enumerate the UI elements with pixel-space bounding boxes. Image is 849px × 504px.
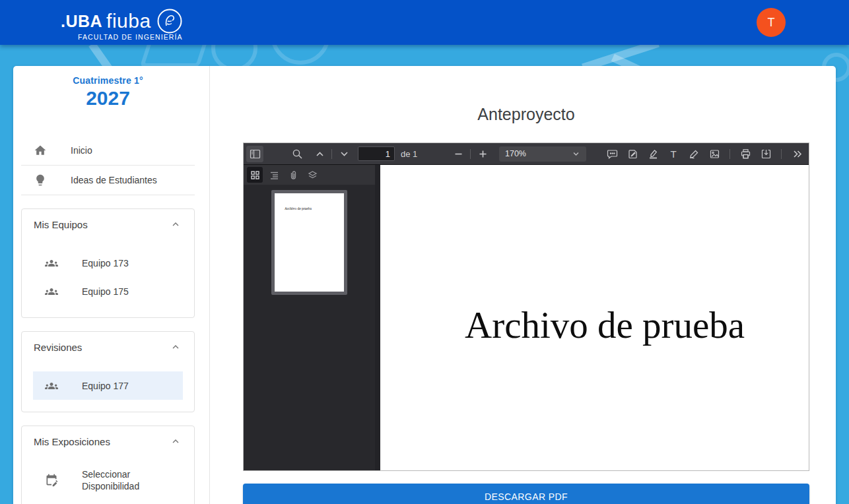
thumbnail-text: Archivo de prueba bbox=[285, 206, 344, 210]
term-label: Cuatrimestre 1° bbox=[21, 75, 195, 86]
section-header-revisiones[interactable]: Revisiones bbox=[22, 341, 194, 353]
section-revisiones: Revisiones Equipo 177 bbox=[21, 331, 195, 412]
layers-view-button[interactable] bbox=[304, 167, 320, 183]
chevron-up-icon bbox=[170, 435, 182, 447]
next-page-button[interactable] bbox=[335, 146, 353, 162]
user-avatar[interactable]: T bbox=[757, 8, 786, 37]
page-thumbnail[interactable]: Archivo de prueba bbox=[271, 190, 347, 295]
thumbnails-icon bbox=[250, 170, 260, 180]
term-year: 2027 bbox=[21, 87, 195, 110]
search-icon bbox=[292, 148, 303, 160]
tools-menu-button[interactable] bbox=[788, 146, 805, 162]
zoom-level-select[interactable]: 170% bbox=[499, 146, 586, 162]
zoom-out-button[interactable] bbox=[450, 146, 467, 162]
page-title: Anteproyecto bbox=[243, 104, 809, 124]
chevron-up-icon bbox=[170, 341, 182, 353]
signature-tool-button[interactable] bbox=[624, 146, 641, 162]
chevron-down-icon bbox=[339, 148, 350, 160]
double-chevron-right-icon bbox=[792, 148, 803, 160]
paperclip-icon bbox=[289, 170, 298, 180]
sidebar-item-label: Equipo 177 bbox=[82, 380, 129, 392]
highlight-tool-button[interactable] bbox=[644, 146, 662, 162]
home-icon bbox=[34, 144, 47, 157]
section-header-mis-exposiciones[interactable]: Mis Exposiciones bbox=[22, 435, 194, 447]
section-title: Revisiones bbox=[34, 342, 82, 353]
thumbnail-page: Archivo de prueba bbox=[275, 193, 344, 292]
highlighter-icon bbox=[648, 148, 659, 160]
logo-subtitle: FACULTAD DE INGENIERÍA bbox=[78, 33, 183, 41]
sidebar-item-label: Inicio bbox=[71, 145, 92, 156]
sidebar-item-equipo-175[interactable]: Equipo 175 bbox=[33, 277, 183, 305]
comment-tool-button[interactable] bbox=[603, 146, 621, 162]
text-tool-button[interactable]: T bbox=[665, 146, 682, 162]
sidebar-item-equipo-177[interactable]: Equipo 177 bbox=[33, 371, 183, 400]
image-icon bbox=[709, 148, 720, 160]
section-title: Mis Exposiciones bbox=[34, 436, 110, 447]
outline-view-button[interactable] bbox=[266, 167, 282, 183]
divider bbox=[730, 149, 730, 159]
section-mis-equipos: Mis Equipos Equipo 173 Equipo 175 bbox=[21, 208, 195, 318]
sidebar-item-label: Equipo 175 bbox=[82, 286, 129, 298]
signature-icon bbox=[627, 148, 638, 160]
zoom-in-button[interactable] bbox=[474, 146, 491, 162]
sidebar-item-label: Seleccionar Disponibilidad bbox=[82, 468, 154, 492]
page-number-input[interactable] bbox=[358, 146, 395, 161]
pdf-sidebar-toolbar bbox=[244, 165, 375, 185]
thumbnails-view-button[interactable] bbox=[247, 167, 263, 183]
avatar-initial: T bbox=[768, 16, 775, 30]
pdf-toolbar: de 1 170% bbox=[244, 143, 809, 165]
plus-icon bbox=[477, 148, 489, 160]
sidebar-item-equipo-173[interactable]: Equipo 173 bbox=[33, 249, 183, 277]
term-header: Cuatrimestre 1° 2027 bbox=[21, 75, 195, 110]
page-count-label: de 1 bbox=[401, 149, 417, 159]
attachments-view-button[interactable] bbox=[285, 167, 301, 183]
divider bbox=[781, 149, 782, 159]
divider bbox=[331, 149, 332, 159]
section-title: Mis Equipos bbox=[34, 219, 88, 230]
logo-fiuba-text: fiuba bbox=[106, 10, 151, 32]
outline-icon bbox=[269, 170, 279, 180]
previous-page-button[interactable] bbox=[311, 146, 328, 162]
app-header: .UBAfiuba FACULTAD DE INGENIERÍA T bbox=[0, 0, 849, 45]
download-icon bbox=[761, 148, 772, 160]
sidebar-toggle-button[interactable] bbox=[246, 146, 263, 162]
main-content: Anteproyecto bbox=[210, 66, 836, 504]
draw-tool-button[interactable] bbox=[685, 146, 702, 162]
download-pdf-button[interactable]: DESCARGAR PDF bbox=[243, 484, 809, 504]
print-button[interactable] bbox=[737, 146, 754, 162]
find-button[interactable] bbox=[289, 146, 306, 162]
pdf-sidebar: Archivo de prueba bbox=[244, 165, 375, 470]
pen-icon bbox=[689, 148, 700, 160]
sidebar: Cuatrimestre 1° 2027 Inicio Ideas de Est… bbox=[13, 66, 210, 504]
groups-icon bbox=[45, 379, 58, 393]
print-icon bbox=[740, 148, 751, 160]
chevron-up-icon bbox=[314, 148, 325, 160]
sidebar-item-label: Ideas de Estudiantes bbox=[71, 175, 157, 185]
minus-icon bbox=[453, 148, 464, 160]
sidebar-toggle-icon bbox=[250, 148, 261, 160]
groups-icon bbox=[45, 257, 58, 270]
uba-fiuba-logo[interactable]: .UBAfiuba FACULTAD DE INGENIERÍA bbox=[61, 8, 183, 41]
thumbnail-panel: Archivo de prueba bbox=[244, 185, 375, 470]
sidebar-item-label: Equipo 173 bbox=[82, 257, 129, 269]
uba-seal-icon bbox=[156, 8, 183, 34]
sidebar-item-seleccionar-disponibilidad[interactable]: Seleccionar Disponibilidad bbox=[33, 466, 183, 495]
image-tool-button[interactable] bbox=[706, 146, 723, 162]
text-tool-icon: T bbox=[670, 149, 676, 159]
pdf-viewer: de 1 170% bbox=[243, 142, 809, 471]
edit-calendar-icon bbox=[45, 474, 58, 487]
save-button[interactable] bbox=[757, 146, 774, 162]
content-card: Cuatrimestre 1° 2027 Inicio Ideas de Est… bbox=[13, 66, 836, 504]
groups-icon bbox=[45, 285, 58, 298]
document-text: Archivo de prueba bbox=[465, 303, 745, 346]
logo-uba-text: .UBA bbox=[61, 12, 102, 31]
sidebar-item-inicio[interactable]: Inicio bbox=[21, 136, 195, 165]
comment-icon bbox=[607, 148, 618, 160]
chevron-down-icon bbox=[572, 150, 580, 158]
lightbulb-icon bbox=[34, 173, 47, 187]
sidebar-resizer[interactable] bbox=[375, 165, 380, 470]
sidebar-item-ideas[interactable]: Ideas de Estudiantes bbox=[21, 166, 195, 195]
chevron-up-icon bbox=[170, 218, 182, 230]
divider bbox=[470, 149, 471, 159]
section-header-mis-equipos[interactable]: Mis Equipos bbox=[22, 218, 194, 230]
